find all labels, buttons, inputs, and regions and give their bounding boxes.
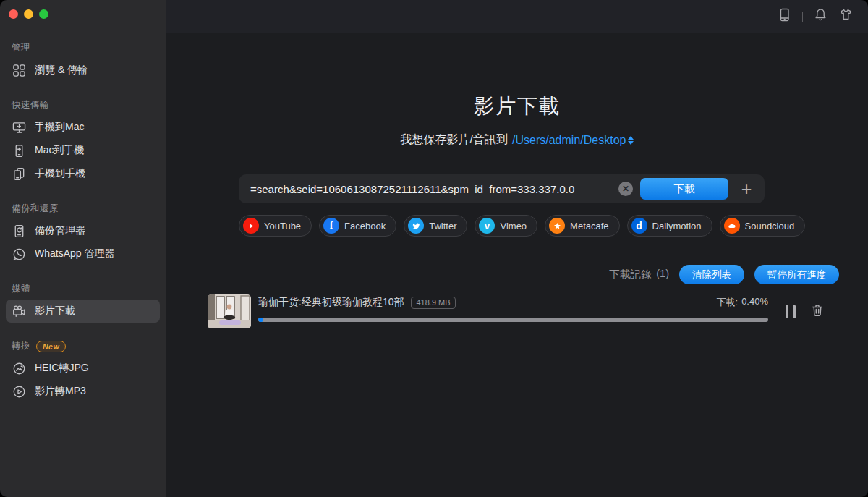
twitter-icon <box>408 218 424 234</box>
sidebar: 管理 瀏覽 & 傳輸 快速傳輸 手機到Mac <box>0 0 166 497</box>
facebook-icon: f <box>323 218 339 234</box>
site-chip-vimeo[interactable]: v Vimeo <box>475 215 537 237</box>
url-bar: ✕ 下載 + <box>239 174 765 203</box>
site-chip-twitter[interactable]: Twitter <box>404 215 467 237</box>
bell-icon[interactable] <box>813 7 828 25</box>
sidebar-item-label: 瀏覽 & 傳輸 <box>35 64 88 77</box>
download-item-info: 瑜伽干货:经典初级瑜伽教程10部 418.9 MB 下載: 0.40% <box>258 294 768 328</box>
sidebar-item-phone-to-mac[interactable]: 手機到Mac <box>6 116 160 139</box>
updown-arrows-icon <box>628 136 634 145</box>
heic-to-jpg-icon <box>12 361 26 375</box>
supported-sites-row: YouTube f Facebook Twitter v Vimeo <box>239 215 868 237</box>
download-history-count: (1) <box>656 268 669 281</box>
clear-list-button[interactable]: 清除列表 <box>679 265 744 284</box>
download-history-label: 下載記錄 (1) <box>609 268 669 281</box>
minimize-window-button[interactable] <box>24 9 33 19</box>
sidebar-item-heic-to-jpg[interactable]: HEIC轉JPG <box>6 357 160 380</box>
site-chip-youtube[interactable]: YouTube <box>239 215 312 237</box>
metacafe-icon <box>549 218 565 234</box>
close-window-button[interactable] <box>9 9 18 19</box>
sidebar-item-video-download[interactable]: 影片下載 <box>6 300 160 323</box>
sidebar-item-whatsapp-manager[interactable]: WhatsApp 管理器 <box>6 242 160 266</box>
pause-all-button[interactable]: 暫停所有進度 <box>754 265 839 284</box>
sidebar-item-label: 影片下載 <box>35 305 75 318</box>
delete-download-button[interactable] <box>810 303 825 320</box>
traffic-lights <box>0 0 166 19</box>
file-size-badge: 418.9 MB <box>411 297 455 309</box>
dailymotion-icon: d <box>631 218 647 234</box>
backup-manager-icon <box>12 224 26 238</box>
sidebar-item-label: 影片轉MP3 <box>35 385 86 398</box>
site-chip-metacafe[interactable]: Metacafe <box>545 215 619 237</box>
app-window: 管理 瀏覽 & 傳輸 快速傳輸 手機到Mac <box>0 0 868 497</box>
save-location-line: 我想保存影片/音訊到 /Users/admin/Desktop <box>166 132 868 148</box>
pause-download-button[interactable] <box>786 305 796 318</box>
add-url-button[interactable]: + <box>736 179 757 199</box>
sidebar-item-label: WhatsApp 管理器 <box>35 247 114 260</box>
tshirt-icon[interactable] <box>838 7 854 25</box>
clear-url-button[interactable]: ✕ <box>618 182 633 196</box>
video-url-input[interactable] <box>250 183 611 195</box>
section-header-convert: 轉換 New <box>0 334 166 357</box>
device-icon[interactable] <box>777 7 792 25</box>
page-title: 影片下載 <box>166 93 868 120</box>
sidebar-item-backup-manager[interactable]: 備份管理器 <box>6 219 160 242</box>
save-path-selector[interactable]: /Users/admin/Desktop <box>512 134 634 147</box>
sidebar-item-label: HEIC轉JPG <box>35 362 89 375</box>
sidebar-item-phone-to-phone[interactable]: 手機到手機 <box>6 162 160 185</box>
phone-to-phone-icon <box>12 166 26 181</box>
download-progress-text: 下載: 0.40% <box>717 296 769 309</box>
sidebar-item-mac-to-phone[interactable]: Mac到手機 <box>6 139 160 162</box>
sidebar-item-label: 備份管理器 <box>35 224 85 237</box>
download-list-item: 瑜伽干货:经典初级瑜伽教程10部 418.9 MB 下載: 0.40% <box>208 294 825 328</box>
main-content: 影片下載 我想保存影片/音訊到 /Users/admin/Desktop ✕ 下… <box>166 33 868 497</box>
section-header-media: 媒體 <box>0 277 166 300</box>
section-header-manage: 管理 <box>0 36 166 59</box>
section-header-backup-restore: 備份和還原 <box>0 197 166 219</box>
topbar-divider <box>802 12 803 22</box>
download-item-actions <box>768 294 825 328</box>
sidebar-item-video-to-mp3[interactable]: 影片轉MP3 <box>6 380 160 403</box>
vimeo-icon: v <box>479 218 495 234</box>
site-chip-dailymotion[interactable]: d Dailymotion <box>627 215 712 237</box>
site-chip-soundcloud[interactable]: Soundcloud <box>720 215 806 237</box>
save-prompt-text: 我想保存影片/音訊到 <box>401 132 508 148</box>
browse-transfer-icon <box>12 63 26 77</box>
new-badge: New <box>36 341 66 352</box>
zoom-window-button[interactable] <box>39 9 48 19</box>
sidebar-item-label: 手機到手機 <box>35 167 85 180</box>
video-download-icon <box>12 304 26 318</box>
sidebar-item-label: Mac到手機 <box>35 144 84 157</box>
sidebar-item-label: 手機到Mac <box>35 121 84 134</box>
site-chip-facebook[interactable]: f Facebook <box>319 215 396 237</box>
video-thumbnail <box>208 294 251 328</box>
whatsapp-icon <box>12 247 26 261</box>
download-button[interactable]: 下載 <box>640 178 728 200</box>
phone-to-mac-icon <box>12 120 26 135</box>
mac-to-phone-icon <box>12 143 26 158</box>
topbar <box>166 0 868 33</box>
video-to-mp3-icon <box>12 384 26 399</box>
sidebar-item-browse-transfer[interactable]: 瀏覽 & 傳輸 <box>6 59 160 82</box>
video-title: 瑜伽干货:经典初级瑜伽教程10部 <box>258 296 404 309</box>
section-header-quick-transfer: 快速傳輸 <box>0 93 166 116</box>
soundcloud-icon <box>724 218 740 234</box>
progress-bar-fill <box>258 318 263 322</box>
history-toolbar: 下載記錄 (1) 清除列表 暫停所有進度 <box>166 265 839 284</box>
youtube-icon <box>243 218 259 234</box>
download-progress-value: 0.40% <box>741 296 768 309</box>
progress-bar <box>258 318 768 322</box>
